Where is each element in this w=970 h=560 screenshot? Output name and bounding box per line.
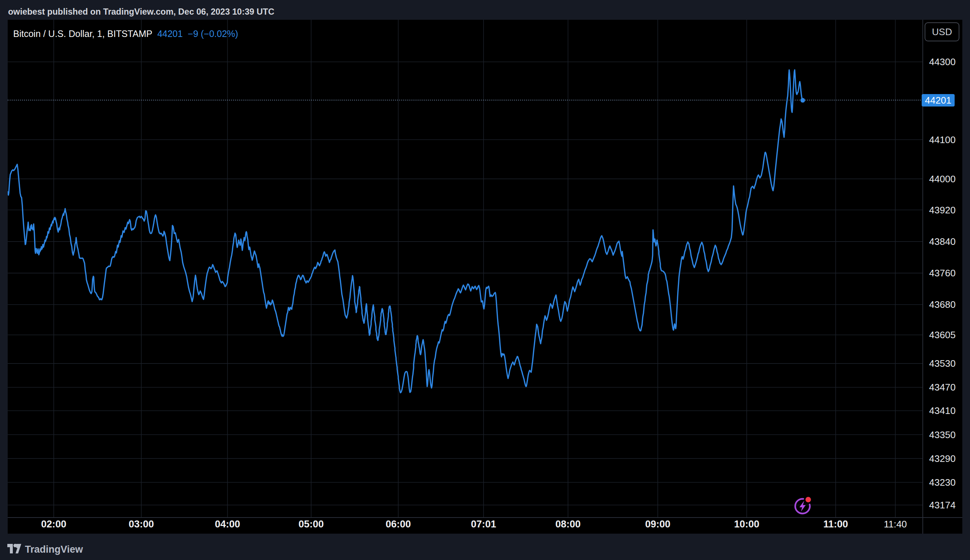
svg-text:TradingView: TradingView — [25, 544, 83, 555]
